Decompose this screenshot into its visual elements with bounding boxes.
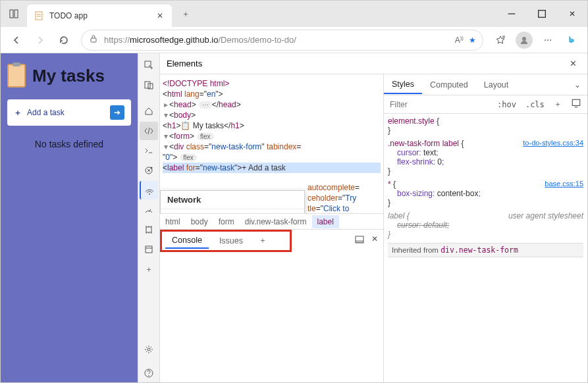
new-rule-button[interactable]: ＋ <box>551 97 564 111</box>
styles-filter-input[interactable] <box>388 98 491 111</box>
more-tabs-icon[interactable]: ⌄ <box>568 80 587 89</box>
url-text: https://microsoftedge.github.io/Demos/de… <box>104 35 450 45</box>
rule-source-link[interactable]: base.css:15 <box>545 180 583 188</box>
add-task-field[interactable]: ＋ Add a task ➔ <box>7 99 131 126</box>
devtools-header: Elements ✕ <box>160 53 587 74</box>
more-button[interactable]: ⋯ <box>537 30 558 51</box>
layout-tab[interactable]: Layout <box>476 76 517 93</box>
tab-title: TODO app <box>49 11 149 20</box>
site-info-icon[interactable] <box>88 34 99 46</box>
application-panel-icon[interactable] <box>140 240 158 259</box>
window-controls: ✕ <box>496 1 587 27</box>
maximize-button[interactable] <box>527 1 557 27</box>
svg-rect-25 <box>146 246 152 253</box>
context-menu-header: Network <box>161 191 304 209</box>
svg-point-10 <box>522 37 526 41</box>
crumb-div[interactable]: div.new-task-form <box>240 215 312 228</box>
drawer-dock-icon[interactable] <box>354 234 365 247</box>
context-menu: Network ✖ Remove from Activity Bar Move … <box>160 190 305 213</box>
page-heading: My tasks <box>7 64 131 88</box>
bing-sidebar-button[interactable] <box>561 30 582 51</box>
dom-tree[interactable]: <!DOCTYPE html> <html lang="en"> ▸<head>… <box>160 74 383 213</box>
sources-panel-icon[interactable] <box>140 161 158 180</box>
crumb-html[interactable]: html <box>160 215 186 228</box>
svg-point-27 <box>147 348 150 351</box>
device-button[interactable] <box>568 97 584 112</box>
devtools-panel: Elements ✕ <!DOCTYPE html> <html lang="e… <box>160 53 587 382</box>
tab-actions-button[interactable] <box>1 1 27 27</box>
cls-toggle[interactable]: .cls <box>523 99 547 111</box>
svg-rect-18 <box>146 227 151 232</box>
devtools-activity-bar: ＋ <box>138 53 160 382</box>
plus-icon: ＋ <box>14 107 22 118</box>
reader-mode-icon[interactable]: A)) <box>455 35 464 45</box>
device-toolbar-icon[interactable] <box>140 76 158 94</box>
inherited-header: Inherited from div.new-task-form <box>388 243 583 257</box>
devtools-close-button[interactable]: ✕ <box>565 56 581 72</box>
svg-point-29 <box>148 375 149 376</box>
help-icon[interactable] <box>140 364 158 382</box>
new-tab-button[interactable]: ＋ <box>176 4 196 24</box>
favorites-button[interactable] <box>490 30 511 51</box>
inspect-tool-icon[interactable] <box>140 56 158 74</box>
svg-point-16 <box>149 193 150 195</box>
browser-tab[interactable]: TODO app ✕ <box>27 5 172 27</box>
svg-rect-2 <box>36 12 42 20</box>
address-bar[interactable]: https://microsoftedge.github.io/Demos/de… <box>81 30 483 51</box>
svg-rect-12 <box>145 82 150 88</box>
svg-rect-1 <box>14 10 18 18</box>
tab-close-button[interactable]: ✕ <box>155 11 165 21</box>
add-task-label: Add a task <box>27 108 65 117</box>
rule-source-link[interactable]: to-do-styles.css:34 <box>523 139 583 147</box>
page-content: My tasks ＋ Add a task ➔ No tasks defined <box>1 53 138 382</box>
no-tasks-message: No tasks defined <box>7 139 131 149</box>
memory-panel-icon[interactable] <box>140 220 158 239</box>
drawer-close-icon[interactable]: ✕ <box>371 234 378 247</box>
profile-button[interactable] <box>514 30 535 51</box>
welcome-panel-icon[interactable] <box>140 102 158 120</box>
dom-breadcrumbs[interactable]: html body form div.new-task-form label <box>160 213 383 229</box>
clipboard-icon <box>7 64 26 88</box>
console-panel-icon[interactable] <box>140 141 158 160</box>
svg-point-15 <box>151 167 153 169</box>
styles-filter-row: :hov .cls ＋ <box>384 95 587 114</box>
svg-rect-6 <box>539 11 546 18</box>
browser-toolbar: https://microsoftedge.github.io/Demos/de… <box>1 27 587 53</box>
refresh-button[interactable] <box>53 30 74 51</box>
quick-view-drawer: Console Issues ＋ ✕ <box>160 229 383 251</box>
styles-tab[interactable]: Styles <box>384 76 422 94</box>
drawer-add-tab-button[interactable]: ＋ <box>254 232 272 249</box>
close-window-button[interactable]: ✕ <box>557 1 587 27</box>
crumb-body[interactable]: body <box>186 215 213 228</box>
svg-rect-33 <box>356 240 363 243</box>
performance-panel-icon[interactable] <box>140 201 158 219</box>
favorite-star-icon[interactable]: ★ <box>469 36 476 45</box>
tab-favicon-icon <box>34 11 44 21</box>
hov-toggle[interactable]: :hov <box>494 99 519 111</box>
elements-panel-icon[interactable] <box>140 122 158 140</box>
computed-tab[interactable]: Computed <box>422 76 476 93</box>
page-title: My tasks <box>32 66 105 86</box>
elements-tab-label[interactable]: Elements <box>167 59 202 68</box>
drawer-console-tab[interactable]: Console <box>165 233 209 249</box>
minimize-button[interactable] <box>496 1 527 27</box>
svg-rect-34 <box>572 99 579 105</box>
styles-pane: Styles Computed Layout ⌄ :hov .cls ＋ ele… <box>383 74 587 382</box>
back-button[interactable] <box>6 30 27 51</box>
style-rules[interactable]: element.style {} to-do-styles.css:34 .ne… <box>384 114 587 260</box>
crumb-label[interactable]: label <box>312 215 339 228</box>
svg-rect-0 <box>10 10 13 18</box>
ctx-remove-activity-bar[interactable]: ✖ Remove from Activity Bar <box>161 209 304 213</box>
styles-tabs: Styles Computed Layout ⌄ <box>384 74 587 95</box>
svg-rect-7 <box>91 38 96 42</box>
submit-task-button[interactable]: ➔ <box>110 105 124 120</box>
network-panel-icon[interactable] <box>140 181 158 199</box>
browser-titlebar: TODO app ✕ ＋ ✕ <box>1 1 587 27</box>
more-tools-icon[interactable]: ＋ <box>140 260 158 278</box>
drawer-issues-tab[interactable]: Issues <box>213 234 250 248</box>
forward-button <box>30 30 51 51</box>
crumb-form[interactable]: form <box>213 215 240 228</box>
settings-icon[interactable] <box>140 340 158 359</box>
